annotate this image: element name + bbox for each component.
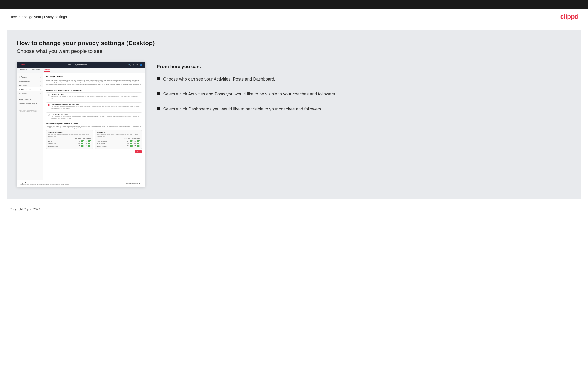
toggle-player-coaches[interactable] xyxy=(130,140,133,142)
features-grid: Activities and Posts Select the types of… xyxy=(46,130,142,149)
app-logo-small: clippd xyxy=(19,64,25,66)
save-row: Save xyxy=(46,150,142,153)
nav-my-performance[interactable]: My Performance xyxy=(74,64,86,66)
bullet-item-3: Select which Dashboards you would like t… xyxy=(157,106,571,112)
sidebar-version: Clippd Client Version: 2022.8.2 SQL Serv… xyxy=(17,108,43,114)
radio-everyone[interactable]: Everyone on Clippd Everyone on Clippd ca… xyxy=(46,92,142,100)
panel-title: Privacy Controls xyxy=(46,75,142,78)
bullet-item-2: Select which Activities and Posts you wo… xyxy=(157,91,571,97)
features-title: Show or hide specific features in Clippd xyxy=(46,123,142,125)
bullet-list: Choose who can see your Activities, Post… xyxy=(157,76,571,112)
radio-only-you-desc: Only you and the coaches you connect wit… xyxy=(51,116,140,119)
external-link-icon: ↗ xyxy=(139,183,140,184)
toggle-rounds-followers[interactable] xyxy=(88,140,91,142)
radio-only-you[interactable]: Only You and Your Coach Only you and the… xyxy=(46,112,142,120)
toggle-drills-coaches[interactable] xyxy=(81,143,84,144)
sidebar-item-help-support[interactable]: Help & Support ↗ xyxy=(17,97,43,102)
toggle-insights-followers[interactable] xyxy=(137,143,140,144)
toggle-manual-followers[interactable] xyxy=(88,145,91,147)
header: How to change your privacy settings clip… xyxy=(0,8,588,25)
radio-everyone-desc: Everyone on Clippd can search for you an… xyxy=(51,96,140,99)
radio-followers-desc: Only approved followers and coaches you … xyxy=(51,106,140,109)
app-topnav: clippd Home My Performance 🔍 ⊞ ⚙ 👤 xyxy=(17,61,145,68)
activities-card-title: Activities and Posts xyxy=(48,132,91,133)
row-player-dashboard: Player Dashboard ON ON xyxy=(96,140,140,142)
bullet-square xyxy=(157,77,160,80)
settings-icon[interactable]: ⚙ xyxy=(136,64,138,66)
sidebar-divider-2 xyxy=(17,107,43,107)
toggle-work-on-followers[interactable] xyxy=(137,145,140,147)
sidebar-item-subscription[interactable]: Subscription › xyxy=(17,83,43,87)
app-body: My Account › Data Integrations › Subscri… xyxy=(17,73,145,180)
subnav-connections[interactable]: Connections xyxy=(31,69,40,72)
page-subheading: Choose what you want people to see xyxy=(17,48,571,54)
bullet-square xyxy=(157,92,160,95)
activities-card-desc: Select the types of activity that you'd … xyxy=(48,134,91,137)
radio-only-you-title: Only You and Your Coach xyxy=(51,114,140,115)
chevron-icon: › xyxy=(40,84,41,86)
bullet-item-1: Choose who can see your Activities, Post… xyxy=(157,76,571,83)
help-section-title: Help & Support xyxy=(20,182,70,184)
chevron-icon: › xyxy=(40,89,41,90)
app-sidebar: My Account › Data Integrations › Subscri… xyxy=(17,73,43,180)
help-section-desc: Visit our Clippd community to troublesho… xyxy=(20,184,70,185)
sidebar-item-account[interactable]: My Account › xyxy=(17,75,43,79)
bullet-text-2: Select which Activities and Posts you wo… xyxy=(163,91,336,97)
toggle-insights-coaches[interactable] xyxy=(130,143,133,144)
clippd-logo: clippd xyxy=(560,13,579,20)
dashboards-card-desc: Select the types of activity that you'd … xyxy=(96,134,140,137)
sidebar-item-my-golf-bag[interactable]: My Golf Bag › xyxy=(17,91,43,95)
toggle-work-on-coaches[interactable] xyxy=(130,145,133,147)
row-round-insights: Round Insights ON ON xyxy=(96,143,140,144)
toggle-manual-coaches[interactable] xyxy=(81,145,84,147)
toggle-rounds-coaches[interactable] xyxy=(81,140,84,142)
row-manual-activities: Manual Activities ON ON xyxy=(48,145,91,147)
radio-circle-only-you xyxy=(48,114,50,116)
from-here-title: From here you can: xyxy=(157,64,571,69)
app-mockup: clippd Home My Performance 🔍 ⊞ ⚙ 👤 My Pr… xyxy=(17,61,145,187)
panel-desc: Control how you and your data appears to… xyxy=(46,79,142,87)
app-main-panel: Privacy Controls Control how you and you… xyxy=(43,73,145,180)
who-can-see-label: Who Can See Your Activities and Dashboar… xyxy=(46,89,142,91)
sidebar-item-privacy-controls[interactable]: Privacy Controls › xyxy=(17,87,43,91)
sidebar-item-service-privacy[interactable]: Service & Privacy Policy ↗ xyxy=(17,102,43,106)
radio-everyone-title: Everyone on Clippd xyxy=(51,94,140,95)
top-bar xyxy=(0,0,588,8)
header-title: How to change your privacy settings xyxy=(9,15,67,19)
subnav-settings[interactable]: Settings xyxy=(44,69,50,72)
row-practice-drills: Practice Drills ON ON xyxy=(48,143,91,144)
activities-posts-card: Activities and Posts Select the types of… xyxy=(46,130,93,149)
search-icon[interactable]: 🔍 xyxy=(129,64,131,66)
dashboards-col-headers: COACHES FOLLOWERS xyxy=(96,138,140,140)
row-what-to-work-on: What To Work On ON ON xyxy=(96,145,140,147)
chevron-icon: › xyxy=(40,76,41,78)
radio-circle-followers xyxy=(48,104,50,106)
app-nav-links: Home My Performance xyxy=(67,64,87,66)
radio-followers-coach[interactable]: Only Approved Followers and Your Coach O… xyxy=(46,102,142,110)
app-nav-icons: 🔍 ⊞ ⚙ 👤 xyxy=(129,64,142,66)
toggle-drills-followers[interactable] xyxy=(88,143,91,144)
visit-community-button[interactable]: Visit Our Community ↗ xyxy=(124,182,142,185)
right-column: From here you can: Choose who can see yo… xyxy=(157,61,571,121)
help-section: Help & Support Visit our Clippd communit… xyxy=(17,180,145,187)
avatar-icon[interactable]: 👤 xyxy=(140,64,142,66)
save-button[interactable]: Save xyxy=(135,150,142,153)
copyright: Copyright Clippd 2022 xyxy=(9,207,40,211)
row-rounds: Rounds ON ON xyxy=(48,140,91,142)
bullet-text-3: Select which Dashboards you would like t… xyxy=(163,106,322,112)
header-divider xyxy=(9,25,579,25)
grid-icon[interactable]: ⊞ xyxy=(133,64,134,66)
footer: Copyright Clippd 2022 xyxy=(0,204,588,215)
page-heading: How to change your privacy settings (Des… xyxy=(17,39,571,47)
nav-home[interactable]: Home xyxy=(67,64,71,66)
toggle-player-followers[interactable] xyxy=(137,140,140,142)
subnav-my-profile[interactable]: My Profile xyxy=(19,69,27,72)
radio-circle-everyone xyxy=(48,94,50,96)
sidebar-item-data-integrations[interactable]: Data Integrations › xyxy=(17,79,43,83)
screenshot-container: clippd Home My Performance 🔍 ⊞ ⚙ 👤 My Pr… xyxy=(17,61,145,187)
bullet-text-1: Choose who can see your Activities, Post… xyxy=(163,76,275,83)
features-desc: Regardless of the privacy controls that … xyxy=(46,125,142,129)
dashboards-card: Dashboards Select the types of activity … xyxy=(95,130,142,149)
activities-col-headers: COACHES FOLLOWERS xyxy=(48,138,91,140)
two-column-layout: clippd Home My Performance 🔍 ⊞ ⚙ 👤 My Pr… xyxy=(17,61,571,187)
